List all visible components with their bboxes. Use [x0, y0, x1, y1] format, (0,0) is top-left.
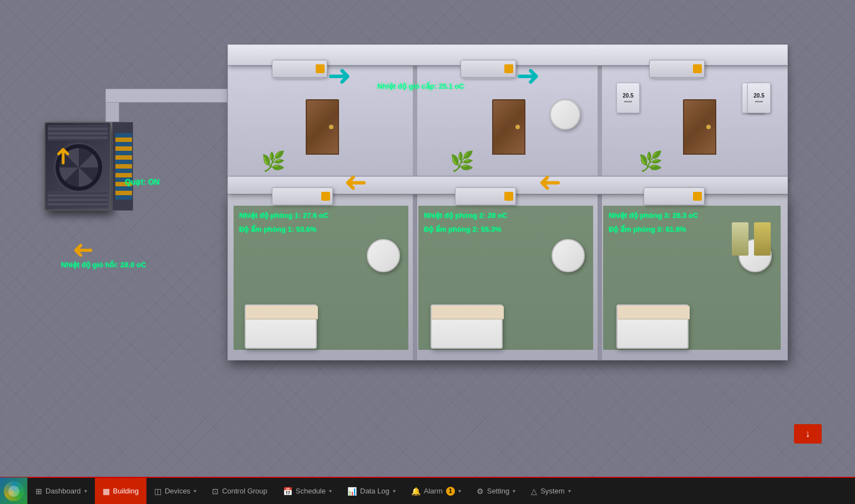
alarm-label: Alarm [424, 487, 443, 495]
devices-icon: ◫ [154, 487, 161, 496]
bed-room3 [616, 304, 689, 349]
devices-label: Devices [165, 487, 190, 495]
arrow-return-air: ➜ [72, 238, 94, 264]
table-room2 [552, 239, 585, 272]
decor-room3 [754, 222, 771, 256]
door-upper-room1 [306, 99, 339, 155]
ac-lower-room1 [272, 187, 333, 205]
building-label: Building [113, 487, 139, 495]
setting-chevron: ▾ [513, 488, 515, 494]
alarm-badge: 1 [446, 487, 455, 496]
nav-building[interactable]: ▦ Building [95, 478, 146, 504]
hvac-outdoor-unit [44, 111, 144, 222]
devices-chevron: ▾ [194, 488, 196, 494]
dashboard-chevron: ▾ [84, 488, 87, 494]
navigation-bar: ⊞ Dashboard ▾ ▦ Building ◫ Devices ▾ ⊡ C… [0, 477, 855, 504]
control-group-label: Control Group [222, 487, 267, 495]
ac-lower-room3 [644, 187, 705, 205]
plant-upper-room1: 🌿 [261, 150, 286, 173]
setting-label: Setting [487, 487, 509, 495]
alarm-chevron: ▾ [458, 488, 461, 494]
logo-icon [4, 481, 24, 501]
door-upper-room2 [492, 99, 525, 155]
arrow-supply-air-2: ➜ [516, 61, 540, 90]
scroll-down-button[interactable]: ↓ [794, 424, 822, 444]
main-3d-view: ➜ Quạt: ON ➜ Nhiệt độ gió hồi: 28.0 oC [0, 0, 855, 477]
table-upper-room2 [550, 99, 580, 130]
ac-upper-room2 [461, 60, 516, 78]
schedule-chevron: ▾ [329, 488, 332, 494]
arrow-hvac-up: ➜ [51, 146, 74, 166]
app-logo[interactable] [0, 477, 28, 504]
nav-setting[interactable]: ⚙ Setting ▾ [469, 478, 523, 504]
dashboard-icon: ⊞ [36, 487, 42, 496]
ac-upper-room1 [272, 60, 327, 78]
arrow-supply-air-1: ➜ [327, 61, 352, 90]
decor2-room3 [732, 222, 748, 256]
thermostat-upper-room2: 20.5 ●●●● [616, 83, 640, 113]
plant-upper-room2: 🌿 [450, 150, 474, 173]
thermostat-upper-room3: 20.5 ●●●● [747, 83, 771, 113]
building-icon: ▦ [103, 487, 110, 496]
nav-dashboard[interactable]: ⊞ Dashboard ▾ [28, 478, 95, 504]
lower-divider-2 [598, 195, 602, 360]
nav-data-log[interactable]: 📊 Data Log ▾ [340, 478, 403, 504]
lower-divider-1 [413, 195, 417, 360]
lower-floor: Nhiệt độ phòng 1: 27.6 oC Độ ẩm phòng 1:… [227, 194, 788, 360]
dashboard-label: Dashboard [45, 487, 81, 495]
nav-control-group[interactable]: ⊡ Control Group [204, 478, 275, 504]
table-room1 [367, 239, 400, 272]
schedule-icon: 📅 [283, 487, 292, 496]
nav-schedule[interactable]: 📅 Schedule ▾ [275, 478, 340, 504]
bed-room1 [245, 304, 317, 349]
arrow-return-1: ➜ [344, 170, 367, 197]
system-icon: △ [531, 487, 537, 496]
alarm-icon: 🔔 [411, 487, 421, 496]
bed-room2 [431, 304, 503, 349]
nav-devices[interactable]: ◫ Devices ▾ [146, 478, 204, 504]
ac-upper-room3 [649, 60, 705, 78]
nav-alarm[interactable]: 🔔 Alarm 1 ▾ [403, 478, 469, 504]
schedule-label: Schedule [296, 487, 326, 495]
arrow-return-2: ➜ [538, 170, 561, 197]
setting-icon: ⚙ [477, 487, 484, 496]
nav-items-container: ⊞ Dashboard ▾ ▦ Building ◫ Devices ▾ ⊡ C… [28, 478, 855, 504]
duct-horizontal-supply [105, 89, 227, 103]
data-log-icon: 📊 [347, 487, 357, 496]
building-body: 🌿 20.5 ●●●● 🌿 20.5 ●●●● [216, 44, 799, 399]
upper-floor: 🌿 20.5 ●●●● 🌿 20.5 ●●●● [227, 65, 788, 176]
building-scene: ➜ Quạt: ON ➜ Nhiệt độ gió hồi: 28.0 oC [0, 0, 855, 477]
data-log-chevron: ▾ [393, 488, 396, 494]
system-label: System [540, 487, 564, 495]
system-chevron: ▾ [568, 488, 571, 494]
fan-status-label: Quạt: ON [125, 177, 160, 186]
door-upper-room3 [683, 99, 716, 155]
nav-system[interactable]: △ System ▾ [523, 478, 578, 504]
control-group-icon: ⊡ [212, 487, 219, 496]
data-log-label: Data Log [360, 487, 389, 495]
ac-lower-room2 [455, 187, 516, 205]
plant-upper-room3: 🌿 [639, 150, 663, 173]
